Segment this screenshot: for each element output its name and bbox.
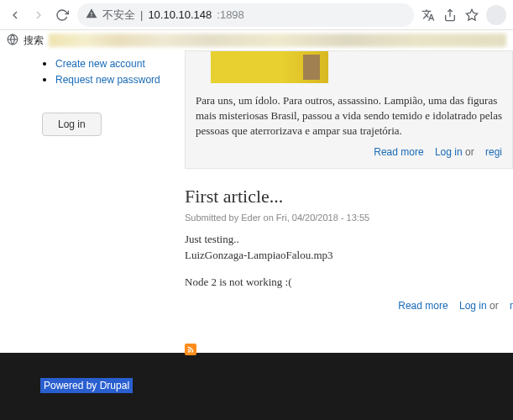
share-icon[interactable] [442,8,458,23]
read-more-link[interactable]: Read more [374,146,423,158]
globe-icon [7,34,18,48]
search-label: 搜索 [24,34,44,48]
or-text: or [463,146,477,158]
article-lampiao: Para uns, um ídolo. Para outros, assassi… [185,50,513,169]
warning-icon [86,8,97,22]
body-line2: LuizGonzaga-LampiaoFalou.mp3 [185,247,513,264]
article-title: First article... [185,186,513,207]
profile-avatar[interactable] [486,5,506,25]
url-port: :1898 [217,8,244,21]
register-link-2[interactable]: r [510,300,513,312]
article-image [211,51,328,83]
url-host: 10.10.10.148 [148,8,212,21]
body-line3: Node 2 is not working :( [185,274,513,291]
login-button[interactable]: Log in [42,113,102,136]
star-icon[interactable] [464,8,479,23]
reload-button[interactable] [54,7,71,24]
request-password-link[interactable]: Request new password [55,74,160,86]
back-button[interactable] [7,7,24,24]
login-link[interactable]: Log in [435,146,463,158]
read-more-link-2[interactable]: Read more [398,300,448,312]
forward-button[interactable] [30,7,47,24]
article-meta: Submitted by Eder on Fri, 04/20/2018 - 1… [185,213,513,223]
create-account-link[interactable]: Create new account [55,58,145,70]
svg-marker-1 [466,9,477,20]
separator: | [140,8,143,21]
body-line1: Just testing.. [185,231,513,248]
login-link-2[interactable]: Log in [459,300,487,312]
article-first: First article... Submitted by Eder on Fr… [185,186,513,319]
translate-icon[interactable] [421,8,436,23]
register-link[interactable]: regi [485,146,502,158]
blurred-content [49,34,506,47]
powered-by-link[interactable]: Powered by Drupal [40,378,133,393]
or-text-2: or [487,300,501,312]
security-label: 不安全 [102,8,135,23]
address-bar[interactable]: 不安全 | 10.10.10.148:1898 [77,3,414,27]
article-body: Para uns, um ídolo. Para outros, assassi… [196,93,502,139]
rss-icon[interactable] [185,344,196,355]
